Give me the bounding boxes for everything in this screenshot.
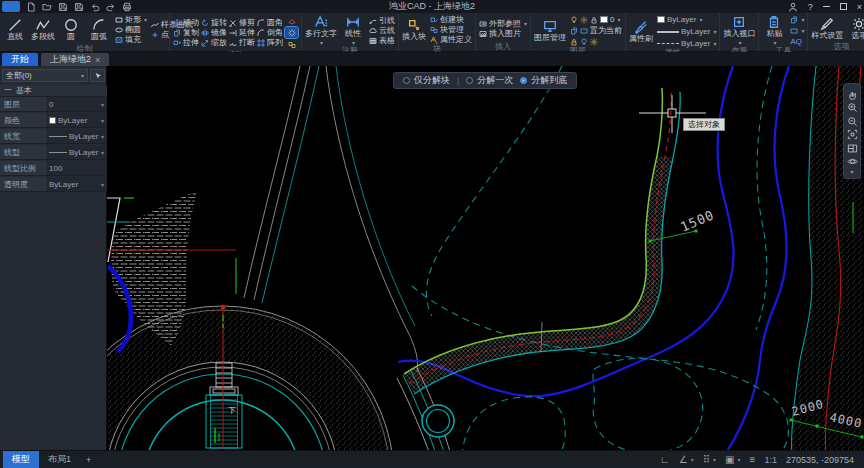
block-manager-button[interactable]: 块管理 [430, 25, 472, 34]
options-button[interactable]: 选项 [847, 17, 864, 40]
prop-value-color[interactable]: ByLayer▾ [46, 113, 107, 127]
stretch-icon [173, 39, 181, 47]
revcloud-button[interactable]: 云线 [369, 26, 395, 35]
layer-tools-row[interactable] [570, 37, 622, 46]
copy-button[interactable]: 复制 [173, 28, 199, 37]
zoom-extents-icon[interactable] [847, 129, 858, 140]
layer-tool4-icon [580, 38, 588, 46]
layer-freeze-icon [580, 16, 588, 24]
window-title: 鸿业CAD - 上海绿地2 [0, 0, 864, 13]
ortho-icon[interactable]: ∟ [660, 454, 670, 465]
tab-start[interactable]: 开始 [2, 53, 38, 66]
viewport-nav-icon[interactable] [847, 143, 858, 154]
tab-document[interactable]: 上海绿地2× [41, 53, 109, 66]
model-tab[interactable]: 模型 [3, 451, 39, 468]
trim-button[interactable]: 修剪 [229, 18, 255, 27]
match-properties-button[interactable]: 属性刷 [629, 20, 653, 43]
insert-image-icon [479, 30, 487, 38]
select-objects-button[interactable] [90, 69, 105, 82]
extend-button[interactable]: 延伸 [229, 28, 255, 37]
set-current-layer-button[interactable]: 置为当前 [570, 26, 622, 35]
polyline-button[interactable]: 多段线 [31, 18, 55, 41]
select-similar-button[interactable] [790, 26, 804, 35]
lineweight-icon [657, 31, 679, 33]
break-button[interactable]: 打断 [229, 38, 255, 47]
circle-button[interactable]: 圆 [59, 18, 83, 41]
copy-clip-button[interactable] [790, 15, 804, 24]
chevron-down-icon: ▾ [713, 456, 716, 463]
layout1-tab[interactable]: 布局1 [39, 451, 80, 468]
layer-manager-button[interactable]: 图层管理 [534, 19, 566, 42]
explode-button[interactable] [285, 27, 298, 38]
radio-explode-full[interactable]: 分解到底 [520, 74, 567, 87]
close-button[interactable]: × [857, 2, 862, 12]
stretch-button[interactable]: 拉伸 [173, 38, 199, 47]
paste-button[interactable]: 粘贴 [762, 15, 786, 46]
ellipse-icon [115, 26, 123, 34]
drawing-canvas[interactable]: 1500 2000 4000 下 仅分解块 | 分解一次 分解到底 选择对象 [107, 66, 864, 450]
menu-icon[interactable]: ≡ [750, 454, 756, 465]
user-account-icon[interactable] [788, 2, 798, 12]
add-layout-button[interactable]: + [80, 455, 97, 465]
radio-explode-block-only[interactable]: 仅分解块 [403, 74, 450, 87]
create-block-button[interactable]: 创建块 [430, 15, 472, 24]
insert-block-button[interactable]: 插入块 [402, 18, 426, 41]
color-control[interactable]: ByLayer [657, 15, 716, 24]
xref-button[interactable]: 外部参照 [479, 19, 527, 28]
line-button[interactable]: 直线 [3, 18, 27, 41]
array-button[interactable]: 阵列 [257, 38, 283, 47]
leader-button[interactable]: 引线 [369, 16, 395, 25]
linear-dimension-button[interactable]: 线性 [341, 15, 365, 46]
arc-button[interactable]: 圆弧 [87, 18, 111, 41]
orbit-icon[interactable] [847, 156, 858, 167]
table-button[interactable]: 表格 [369, 36, 395, 45]
rectangle-icon [115, 16, 123, 24]
mirror-button[interactable]: 镜像 [201, 28, 227, 37]
collapse-icon[interactable]: 一 [4, 85, 12, 96]
ellipse-button[interactable]: 椭圆 [115, 25, 147, 34]
erase-button[interactable] [285, 15, 298, 26]
selection-filter-dropdown[interactable]: 全部(0)▾ [2, 69, 88, 82]
rotate-button[interactable]: 旋转 [201, 18, 227, 27]
scale-button[interactable]: 缩放 [201, 38, 227, 47]
rectangle-button[interactable]: 矩形 [115, 15, 147, 24]
panel-section-basic[interactable]: 一 基本 [0, 85, 107, 97]
zoom-in-icon[interactable] [847, 102, 858, 113]
explode-icon [288, 29, 296, 37]
lineweight-icon [49, 136, 67, 137]
minimize-button[interactable] [823, 6, 830, 7]
insert-viewport-button[interactable]: 插入视口 [723, 15, 755, 46]
prop-value-layer[interactable]: 0▾ [46, 97, 107, 111]
chamfer-button[interactable]: 倒角 [257, 28, 283, 37]
find-text-button[interactable]: AQ [790, 37, 804, 46]
layer-selector[interactable]: 0 [570, 15, 622, 24]
linetype-control[interactable]: ByLayer [657, 39, 716, 48]
stair-down-label: 下 [228, 406, 237, 415]
polar-tracking-icon[interactable]: ∠ [679, 454, 688, 465]
prop-value-lineweight[interactable]: ByLayer▾ [46, 129, 107, 143]
mtext-button[interactable]: 多行文字 [305, 15, 337, 46]
style-settings-button[interactable]: 样式设置 [811, 17, 843, 40]
hatch-button[interactable]: 填充 [115, 35, 147, 44]
fillet-button[interactable]: 圆角 [257, 18, 283, 27]
scale-indicator[interactable]: 1:1 [764, 455, 777, 465]
radio-explode-once[interactable]: 分解一次 [466, 74, 513, 87]
help-icon[interactable]: ? [808, 2, 813, 12]
prop-value-linetype[interactable]: ByLayer▾ [46, 145, 107, 159]
zoom-out-icon[interactable] [847, 116, 858, 127]
attribute-define-button[interactable]: 属性定义 [430, 35, 472, 44]
tab-close-icon[interactable]: × [95, 55, 100, 65]
insert-image-button[interactable]: 插入图片 [479, 29, 527, 38]
prop-value-linetype-scale[interactable]: 100 [46, 161, 107, 175]
pan-icon[interactable] [847, 89, 858, 100]
drawing-geometry: 1500 2000 4000 下 [107, 66, 864, 450]
prop-value-transparency[interactable]: ByLayer▾ [46, 177, 107, 191]
chevron-down-icon[interactable]: ▾ [850, 170, 853, 174]
maximize-button[interactable] [840, 3, 847, 10]
move-button[interactable]: 移动 [173, 18, 199, 27]
lineweight-control[interactable]: ByLayer [657, 27, 716, 36]
grid-snap-icon[interactable]: ⠿ [703, 454, 710, 465]
object-snap-icon[interactable]: ▣ [725, 454, 734, 465]
join-button[interactable] [285, 39, 298, 50]
viewport-icon [732, 15, 746, 29]
